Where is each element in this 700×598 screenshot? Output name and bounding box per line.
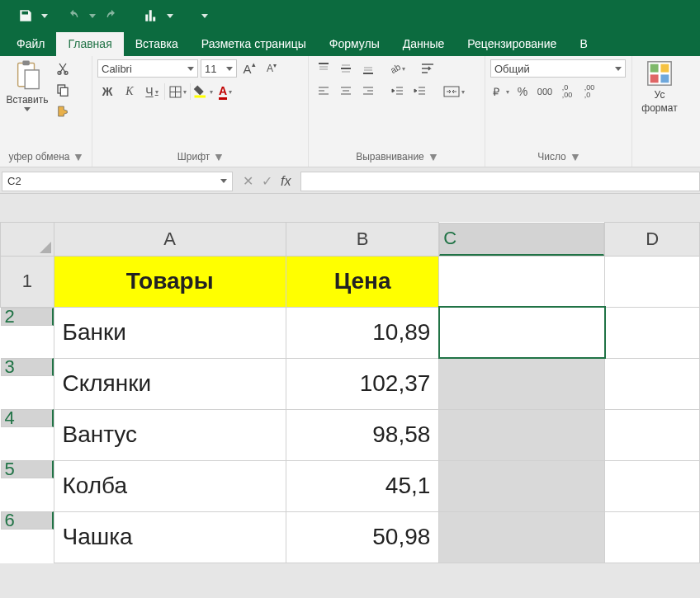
save-icon[interactable] [12,3,40,28]
increase-indent-icon[interactable] [410,82,430,101]
cell-A3[interactable]: Склянки [54,358,286,409]
row-header-4[interactable]: 4 [1,409,54,427]
decrease-font-icon[interactable]: A▾ [262,59,281,78]
cell-C5[interactable] [439,460,605,511]
table-row: 5 Колба 45,1 [1,460,700,511]
cell-A6[interactable]: Чашка [54,511,286,563]
enter-formula-icon[interactable]: ✓ [262,173,272,189]
percent-format-icon[interactable]: % [513,82,532,101]
svg-rect-1 [22,61,30,66]
decrease-decimal-icon[interactable]: ,00,0 [579,82,599,101]
column-header-A[interactable]: A [54,223,286,257]
cell-C6[interactable] [439,511,605,563]
fx-icon[interactable]: fx [281,174,291,189]
cancel-formula-icon[interactable]: ✕ [243,173,253,189]
row-header-3[interactable]: 3 [1,358,54,376]
underline-button[interactable]: Ч▾ [142,82,162,101]
cell-B2[interactable]: 10,89 [286,307,439,358]
chart-icon[interactable] [137,3,165,28]
tab-view[interactable]: В [568,32,598,56]
increase-font-icon[interactable]: A▴ [239,59,259,78]
cell-D1[interactable] [605,256,700,307]
tab-data[interactable]: Данные [391,32,456,56]
align-top-icon[interactable] [314,59,333,78]
font-size-select[interactable]: 11 [201,59,237,78]
tab-review[interactable]: Рецензирование [456,32,568,56]
quick-access-toolbar [0,0,700,31]
increase-decimal-icon[interactable]: ,0,00 [557,82,577,101]
table-row: 4 Вантус 98,58 [1,409,700,460]
cell-D3[interactable] [605,358,700,409]
row-header-1[interactable]: 1 [1,256,54,307]
cell-B6[interactable]: 50,98 [286,511,439,563]
comma-format-icon[interactable]: 000 [535,82,555,101]
font-color-icon[interactable]: А▾ [215,82,235,101]
row-header-2[interactable]: 2 [1,308,54,326]
cell-D5[interactable] [605,460,700,511]
cell-A1[interactable]: Товары [54,256,286,307]
cell-D2[interactable] [605,307,700,358]
cell-D4[interactable] [605,409,700,460]
number-format-select[interactable]: Общий [490,59,626,78]
align-center-icon[interactable] [336,82,356,101]
cell-C2[interactable] [439,307,605,358]
row-header-5[interactable]: 5 [1,460,54,478]
tab-formulas[interactable]: Формулы [318,32,391,56]
formula-bar: C2 ✕ ✓ fx [0,169,700,194]
redo-icon[interactable] [97,3,125,28]
tab-page-layout[interactable]: Разметка страницы [190,32,318,56]
cell-A5[interactable]: Колба [54,460,286,511]
cell-D6[interactable] [605,511,700,563]
svg-rect-29 [444,87,459,97]
svg-rect-35 [660,74,669,82]
name-box[interactable]: C2 [2,172,233,191]
orientation-icon[interactable]: ab▾ [388,59,408,78]
fill-color-icon[interactable]: ▾ [193,82,213,101]
cell-B3[interactable]: 102,37 [286,358,439,409]
column-header-D[interactable]: D [605,223,700,257]
copy-icon[interactable] [53,81,73,99]
cond-format-label2: формат [641,102,677,114]
format-painter-icon[interactable] [53,102,73,120]
select-all-corner[interactable] [1,223,54,257]
formula-input[interactable] [300,172,700,191]
paste-button[interactable]: Вставить [5,59,50,120]
chart-dropdown-icon[interactable] [167,14,173,18]
cell-C1[interactable] [439,256,605,307]
align-left-icon[interactable] [314,82,333,101]
cell-B1[interactable]: Цена [286,256,439,307]
column-header-B[interactable]: B [286,223,439,257]
conditional-formatting-button[interactable]: Ус формат [637,59,682,114]
align-middle-icon[interactable] [336,59,356,78]
accounting-format-icon[interactable]: ₽▾ [490,82,510,101]
row-header-6[interactable]: 6 [1,511,54,530]
cell-A2[interactable]: Банки [54,307,286,358]
qat-customize-icon[interactable] [201,14,208,18]
cell-B4[interactable]: 98,58 [286,409,439,460]
table-row: 3 Склянки 102,37 [1,358,700,409]
cond-format-label1: Ус [655,89,665,101]
align-bottom-icon[interactable] [358,59,378,78]
column-header-C[interactable]: C [439,223,604,256]
tab-file[interactable]: Файл [5,32,56,56]
bold-button[interactable]: Ж [97,82,117,101]
cut-icon[interactable] [53,59,73,78]
cell-C4[interactable] [439,409,605,460]
borders-icon[interactable]: ▾ [168,82,187,101]
column-headers: A B C D [1,223,700,257]
merge-center-icon[interactable]: ▾ [440,82,468,101]
italic-button[interactable]: К [120,82,140,101]
decrease-indent-icon[interactable] [388,82,408,101]
cell-A4[interactable]: Вантус [54,409,286,460]
undo-icon[interactable] [59,3,88,28]
undo-dropdown-icon[interactable] [89,14,96,18]
wrap-text-icon[interactable] [418,59,438,78]
qat-dropdown-icon[interactable] [41,14,48,18]
tab-home[interactable]: Главная [56,32,123,56]
cell-B5[interactable]: 45,1 [286,460,439,511]
align-right-icon[interactable] [358,82,378,101]
font-name-select[interactable]: Calibri [97,59,198,78]
group-number: Общий ₽▾ % 000 ,0,00 ,00,0 Число⯆ [485,56,632,167]
tab-insert[interactable]: Вставка [124,32,190,56]
cell-C3[interactable] [439,358,605,409]
